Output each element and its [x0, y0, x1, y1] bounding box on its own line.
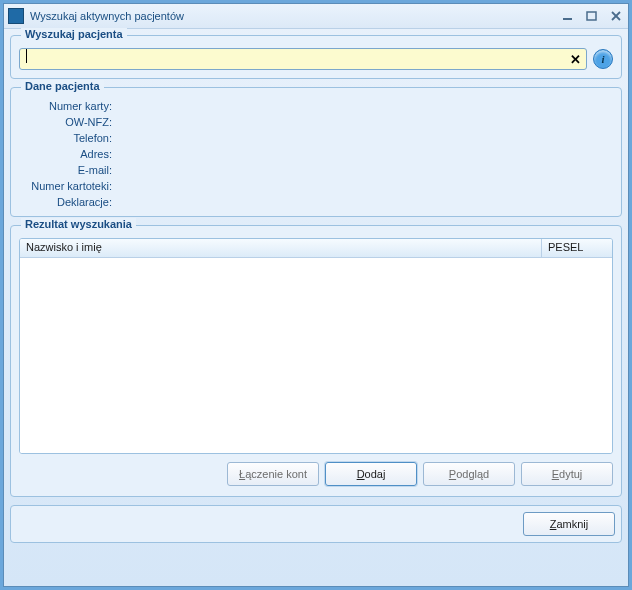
footer: Zamknij — [10, 505, 622, 543]
results-group: Rezultat wyszukania Nazwisko i imię PESE… — [10, 225, 622, 497]
label-email: E-mail: — [19, 164, 114, 176]
patient-group: Dane pacjenta Numer karty: OW-NFZ: Telef… — [10, 87, 622, 217]
window-title: Wyszukaj aktywnych pacjentów — [30, 10, 560, 22]
value-address — [114, 148, 613, 160]
value-phone — [114, 132, 613, 144]
results-group-title: Rezultat wyszukania — [21, 218, 136, 230]
label-file-no: Numer kartoteki: — [19, 180, 114, 192]
maximize-button[interactable] — [584, 9, 600, 23]
grid-body[interactable] — [20, 258, 612, 453]
label-address: Adres: — [19, 148, 114, 160]
value-ow-nfz — [114, 116, 613, 128]
clear-icon[interactable]: ✕ — [567, 51, 583, 67]
patient-group-title: Dane pacjenta — [21, 80, 104, 92]
search-group-title: Wyszukaj pacjenta — [21, 28, 127, 40]
label-declarations: Deklaracje: — [19, 196, 114, 208]
info-icon[interactable]: i — [593, 49, 613, 69]
merge-accounts-button[interactable]: Łączenie kont — [227, 462, 319, 486]
value-card-no — [114, 100, 613, 112]
close-window-button[interactable] — [608, 9, 624, 23]
search-group: Wyszukaj pacjenta ✕ i — [10, 35, 622, 79]
edit-button[interactable]: Edytuj — [521, 462, 613, 486]
value-declarations — [114, 196, 613, 208]
value-file-no — [114, 180, 613, 192]
column-pesel[interactable]: PESEL — [542, 239, 612, 257]
search-input-wrap: ✕ — [19, 48, 587, 70]
results-grid[interactable]: Nazwisko i imię PESEL — [19, 238, 613, 454]
client-area: Wyszukaj pacjenta ✕ i Dane pacjenta Nume… — [4, 29, 628, 549]
close-button[interactable]: Zamknij — [523, 512, 615, 536]
action-buttons: Łączenie kont Dodaj Podgląd Edytuj — [19, 462, 613, 486]
label-phone: Telefon: — [19, 132, 114, 144]
window-controls — [560, 9, 624, 23]
label-ow-nfz: OW-NFZ: — [19, 116, 114, 128]
window: Wyszukaj aktywnych pacjentów Wyszukaj pa… — [3, 3, 629, 587]
add-button[interactable]: Dodaj — [325, 462, 417, 486]
grid-header: Nazwisko i imię PESEL — [20, 239, 612, 258]
search-input[interactable] — [19, 48, 587, 70]
svg-rect-1 — [587, 12, 596, 20]
value-email — [114, 164, 613, 176]
titlebar: Wyszukaj aktywnych pacjentów — [4, 4, 628, 29]
minimize-button[interactable] — [560, 9, 576, 23]
column-name[interactable]: Nazwisko i imię — [20, 239, 542, 257]
preview-button[interactable]: Podgląd — [423, 462, 515, 486]
app-icon — [8, 8, 24, 24]
label-card-no: Numer karty: — [19, 100, 114, 112]
